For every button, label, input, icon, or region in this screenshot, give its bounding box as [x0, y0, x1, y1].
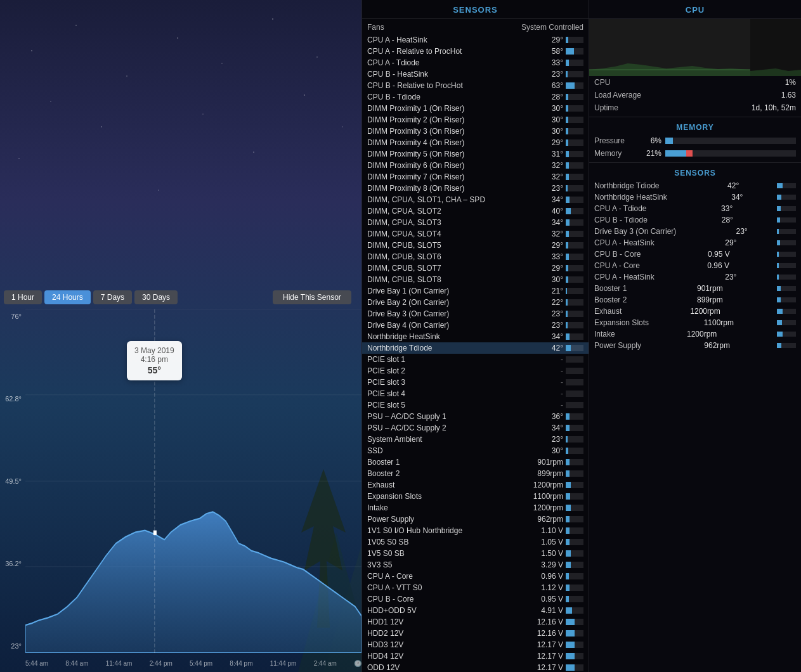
- sensor-name: CPU A - VTT S0: [367, 583, 528, 592]
- sensor-row-2[interactable]: CPU A - Tdiode 33°: [362, 57, 589, 68]
- right-sensor-row-1[interactable]: Northbridge HeatSink 34°: [589, 191, 801, 203]
- memory-fill-red: [686, 150, 693, 157]
- sensor-value: 3.29 V: [528, 560, 563, 569]
- sensor-row-43[interactable]: 1V1 S0 I/O Hub Northbridge 1.10 V: [362, 525, 589, 536]
- sensor-row-18[interactable]: DIMM, CPUB, SLOT5 29°: [362, 240, 589, 251]
- sensor-row-45[interactable]: 1V5 S0 SB 1.50 V: [362, 548, 589, 559]
- divider-2: [589, 162, 801, 163]
- sensor-row-22[interactable]: Drive Bay 1 (On Carrier) 21°: [362, 285, 589, 297]
- left-panel: 1 Hour 24 Hours 7 Days 30 Days Hide This…: [0, 0, 361, 672]
- right-sensor-row-14[interactable]: Power Supply 962rpm: [589, 340, 801, 351]
- sensor-row-30[interactable]: PCIE slot 3 -: [362, 377, 589, 388]
- sensor-row-37[interactable]: Booster 1 901rpm: [362, 456, 589, 468]
- sensor-row-6[interactable]: DIMM Proximity 1 (On Riser) 30°: [362, 103, 589, 114]
- sensor-row-20[interactable]: DIMM, CPUB, SLOT7 29°: [362, 262, 589, 274]
- sensor-row-14[interactable]: DIMM, CPUA, SLOT1, CHA – SPD 34°: [362, 194, 589, 205]
- sensor-row-28[interactable]: PCIE slot 1 -: [362, 354, 589, 365]
- x-label-3: 2:44 pm: [150, 660, 173, 667]
- sensor-row-15[interactable]: DIMM, CPUA, SLOT2 40°: [362, 205, 589, 217]
- sensor-row-27[interactable]: Northbridge Tdiode 42°: [362, 342, 589, 354]
- sensor-row-8[interactable]: DIMM Proximity 3 (On Riser) 30°: [362, 126, 589, 137]
- sensor-row-48[interactable]: CPU A - VTT S0 1.12 V: [362, 582, 589, 593]
- sensor-row-9[interactable]: DIMM Proximity 4 (On Riser) 29°: [362, 137, 589, 148]
- sensor-bar: [566, 117, 568, 123]
- right-sensor-row-5[interactable]: CPU A - HeatSink 29°: [589, 237, 801, 249]
- sensor-row-50[interactable]: HDD+ODD 5V 4.91 V: [362, 605, 589, 616]
- sensor-row-7[interactable]: DIMM Proximity 2 (On Riser) 30°: [362, 114, 589, 126]
- sensor-row-25[interactable]: Drive Bay 4 (On Carrier) 23°: [362, 320, 589, 331]
- tooltip-date: 3 May 2019: [134, 346, 174, 355]
- sensor-row-13[interactable]: DIMM Proximity 8 (On Riser) 23°: [362, 183, 589, 194]
- right-sensor-row-9[interactable]: Booster 1 901rpm: [589, 283, 801, 294]
- sensor-row-49[interactable]: CPU B - Core 0.95 V: [362, 593, 589, 605]
- sensor-row-39[interactable]: Exhaust 1200rpm: [362, 479, 589, 491]
- right-sensor-row-11[interactable]: Exhaust 1200rpm: [589, 306, 801, 317]
- sensor-row-38[interactable]: Booster 2 899rpm: [362, 468, 589, 479]
- right-sensor-bar-fill: [777, 286, 781, 291]
- 1hour-button[interactable]: 1 Hour: [4, 290, 42, 304]
- sensor-row-31[interactable]: PCIE slot 4 -: [362, 388, 589, 399]
- sensor-row-52[interactable]: HDD2 12V 12.16 V: [362, 628, 589, 639]
- sensor-row-23[interactable]: Drive Bay 2 (On Carrier) 22°: [362, 297, 589, 308]
- right-sensor-row-3[interactable]: CPU B - Tdiode 28°: [589, 214, 801, 226]
- right-sensor-bar: [777, 297, 796, 302]
- memory-fill-blue: [665, 150, 686, 157]
- hide-sensor-button[interactable]: Hide This Sensor: [273, 290, 351, 304]
- sensor-row-35[interactable]: System Ambient 23°: [362, 434, 589, 445]
- sensor-row-11[interactable]: DIMM Proximity 6 (On Riser) 32°: [362, 160, 589, 171]
- sensor-value: 23°: [528, 321, 563, 330]
- 30days-button[interactable]: 30 Days: [134, 290, 178, 304]
- sensor-row-19[interactable]: DIMM, CPUB, SLOT6 33°: [362, 251, 589, 262]
- sensor-row-47[interactable]: CPU A - Core 0.96 V: [362, 571, 589, 582]
- sensor-row-46[interactable]: 3V3 S5 3.29 V: [362, 559, 589, 571]
- sensor-row-29[interactable]: PCIE slot 2 -: [362, 365, 589, 377]
- sensor-row-12[interactable]: DIMM Proximity 7 (On Riser) 32°: [362, 171, 589, 183]
- right-sensor-row-0[interactable]: Northbridge Tdiode 42°: [589, 180, 801, 191]
- sensor-row-16[interactable]: DIMM, CPUA, SLOT3 34°: [362, 217, 589, 228]
- right-sensor-row-10[interactable]: Booster 2 899rpm: [589, 294, 801, 306]
- right-sensor-row-7[interactable]: CPU A - Core 0.96 V: [589, 260, 801, 271]
- right-sensor-row-8[interactable]: CPU A - HeatSink 23°: [589, 271, 801, 283]
- sensor-bar: [566, 505, 571, 511]
- sensor-row-3[interactable]: CPU B - HeatSink 23°: [362, 68, 589, 80]
- sensor-row-26[interactable]: Northbridge HeatSink 34°: [362, 331, 589, 342]
- sensor-row-4[interactable]: CPU B - Relative to ProcHot 63°: [362, 80, 589, 91]
- right-sensor-row-2[interactable]: CPU A - Tdiode 33°: [589, 203, 801, 214]
- sensor-row-1[interactable]: CPU A - Relative to ProcHot 58°: [362, 46, 589, 57]
- 7days-button[interactable]: 7 Days: [93, 290, 132, 304]
- sensor-row-42[interactable]: Power Supply 962rpm: [362, 514, 589, 525]
- sensor-row-55[interactable]: ODD 12V 12.17 V: [362, 662, 589, 672]
- sensor-row-0[interactable]: CPU A - HeatSink 29°: [362, 34, 589, 46]
- right-sensor-row-13[interactable]: Intake 1200rpm: [589, 328, 801, 340]
- right-sensor-value: 962rpm: [686, 341, 730, 350]
- sensor-row-41[interactable]: Intake 1200rpm: [362, 502, 589, 514]
- cpu-label: CPU: [594, 78, 610, 87]
- right-sensor-value: 1100rpm: [689, 318, 734, 327]
- sensor-row-10[interactable]: DIMM Proximity 5 (On Riser) 31°: [362, 148, 589, 160]
- sensor-name: Exhaust: [367, 481, 528, 489]
- sensor-row-40[interactable]: Expansion Slots 1100rpm: [362, 491, 589, 502]
- right-sensor-row-6[interactable]: CPU B - Core 0.95 V: [589, 249, 801, 260]
- right-sensor-row-12[interactable]: Expansion Slots 1100rpm: [589, 317, 801, 328]
- sensor-row-32[interactable]: PCIE slot 5 -: [362, 399, 589, 411]
- sensor-name: Northbridge HeatSink: [367, 332, 528, 341]
- sensor-row-21[interactable]: DIMM, CPUB, SLOT8 30°: [362, 274, 589, 285]
- sensor-row-54[interactable]: HDD4 12V 12.17 V: [362, 650, 589, 662]
- sensor-row-36[interactable]: SSD 30°: [362, 445, 589, 456]
- sensor-row-17[interactable]: DIMM, CPUA, SLOT4 32°: [362, 228, 589, 240]
- sensor-row-24[interactable]: Drive Bay 3 (On Carrier) 23°: [362, 308, 589, 320]
- right-sensor-row-4[interactable]: Drive Bay 3 (On Carrier) 23°: [589, 226, 801, 237]
- sensor-name: 1V05 S0 SB: [367, 538, 528, 546]
- 24hours-button[interactable]: 24 Hours: [44, 290, 91, 304]
- sensor-value: 23°: [528, 435, 563, 444]
- sensor-name: DIMM Proximity 7 (On Riser): [367, 172, 528, 181]
- sensor-row-51[interactable]: HDD1 12V 12.16 V: [362, 616, 589, 628]
- memory-track: [665, 150, 796, 157]
- sensor-name: Booster 2: [367, 469, 528, 478]
- sensor-row-33[interactable]: PSU – AC/DC Supply 1 36°: [362, 411, 589, 422]
- sensor-row-44[interactable]: 1V05 S0 SB 1.05 V: [362, 536, 589, 548]
- sensor-row-5[interactable]: CPU B - Tdiode 28°: [362, 91, 589, 103]
- x-label-5: 8:44 pm: [230, 660, 252, 667]
- sensor-row-34[interactable]: PSU – AC/DC Supply 2 34°: [362, 422, 589, 434]
- sensor-row-53[interactable]: HDD3 12V 12.17 V: [362, 639, 589, 650]
